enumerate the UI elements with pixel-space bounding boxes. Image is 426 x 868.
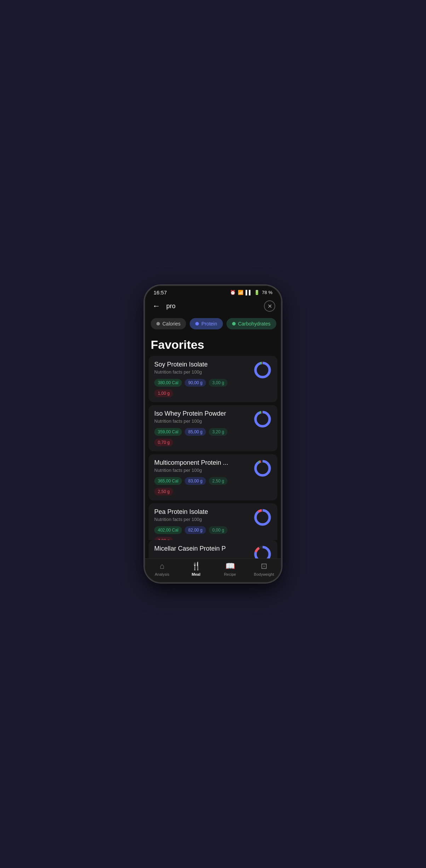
food-name-partial: Micellar Casein Protein P [154, 545, 249, 552]
nav-item-bodyweight[interactable]: ⊡ Bodyweight [247, 562, 281, 576]
svg-point-9 [255, 461, 270, 475]
carbs-badge: 2,50 g [209, 477, 228, 485]
food-card-pea-protein[interactable]: Pea Protein Isolate Nutrition facts per … [149, 503, 277, 540]
fat-badge: 7,80 g [154, 537, 173, 540]
food-subtitle: Nutrition facts per 100g [154, 468, 249, 473]
nav-item-recipe[interactable]: 📖 Recipe [213, 562, 247, 576]
search-query: pro [166, 303, 175, 310]
recipe-icon: 📖 [225, 562, 235, 571]
wifi-icon: 📶 [238, 290, 243, 295]
food-list: Soy Protein Isolate Nutrition facts per … [145, 356, 281, 540]
food-name: Soy Protein Isolate [154, 361, 249, 368]
protein-badge: 82,00 g [185, 526, 206, 534]
clear-button[interactable]: ✕ [264, 300, 275, 312]
nutrient-badges: 365,00 Cal 83,00 g 2,50 g 2,50 g [154, 477, 249, 495]
nutrient-badges: 402,00 Cal 82,00 g 0,00 g 7,80 g [154, 526, 249, 540]
chip-protein[interactable]: Protein [190, 318, 223, 329]
carbs-badge: 0,00 g [209, 526, 228, 534]
nutrient-badges: 359,00 Cal 85,00 g 3,20 g 0,70 g [154, 428, 249, 446]
food-name: Iso Whey Protein Powder [154, 410, 249, 417]
calories-badge: 359,00 Cal [154, 428, 182, 436]
food-info: Iso Whey Protein Powder Nutrition facts … [154, 410, 249, 446]
food-card-multicomponent[interactable]: Multicomponent Protein ... Nutrition fac… [149, 454, 277, 500]
battery-icon: 🔋 [254, 290, 260, 295]
food-info: Soy Protein Isolate Nutrition facts per … [154, 361, 249, 397]
food-info-partial: Micellar Casein Protein P [154, 545, 249, 552]
donut-chart [253, 459, 272, 477]
bottom-nav: ⌂ Analysis 🍴 Meal 📖 Recipe ⊡ Bodyweight [145, 558, 281, 582]
protein-badge: 90,00 g [185, 379, 206, 387]
donut-chart [253, 410, 272, 428]
chip-carbohydrates[interactable]: Carbohydrates [226, 318, 276, 329]
food-subtitle: Nutrition facts per 100g [154, 369, 249, 375]
analysis-icon: ⌂ [160, 562, 164, 571]
favorites-heading: Favorites [145, 335, 281, 356]
nav-item-analysis[interactable]: ⌂ Analysis [145, 562, 179, 576]
recipe-label: Recipe [224, 572, 236, 576]
protein-badge: 83,00 g [185, 477, 206, 485]
protein-dot [195, 322, 199, 326]
food-info: Multicomponent Protein ... Nutrition fac… [154, 459, 249, 495]
battery-percent: 78 % [262, 290, 272, 295]
food-name: Pea Protein Isolate [154, 508, 249, 516]
phone-frame: 16:57 ⏰ 📶 ▌▌ 🔋 78 % ← pro ✕ Calories [144, 285, 282, 583]
calories-dot [156, 322, 160, 326]
calories-badge: 365,00 Cal [154, 477, 182, 485]
meal-icon: 🍴 [191, 562, 201, 571]
nutrient-badges: 380,00 Cal 90,00 g 3,00 g 1,00 g [154, 379, 249, 397]
fat-badge: 2,50 g [154, 488, 173, 495]
carbs-badge: 3,20 g [209, 428, 228, 436]
analysis-label: Analysis [155, 572, 169, 576]
screen: 16:57 ⏰ 📶 ▌▌ 🔋 78 % ← pro ✕ Calories [145, 286, 281, 582]
carbs-badge: 3,00 g [209, 379, 228, 387]
food-card-iso-whey[interactable]: Iso Whey Protein Powder Nutrition facts … [149, 405, 277, 451]
chip-calories[interactable]: Calories [151, 318, 186, 329]
food-name: Multicomponent Protein ... [154, 459, 249, 467]
food-card-partial-micellar[interactable]: Micellar Casein Protein P [149, 540, 277, 558]
svg-point-1 [255, 363, 270, 377]
meal-label: Meal [192, 572, 200, 576]
protein-badge: 85,00 g [185, 428, 206, 436]
back-button[interactable]: ← [151, 301, 162, 311]
carb-dot [232, 322, 236, 326]
status-time: 16:57 [154, 289, 167, 295]
search-input-wrapper[interactable]: pro [166, 303, 260, 310]
food-subtitle: Nutrition facts per 100g [154, 418, 249, 424]
food-card-soy-protein[interactable]: Soy Protein Isolate Nutrition facts per … [149, 356, 277, 402]
calories-badge: 402,00 Cal [154, 526, 182, 534]
alarm-icon: ⏰ [230, 290, 236, 295]
filter-row: Calories Protein Carbohydrates [145, 316, 281, 335]
fat-badge: 0,70 g [154, 439, 173, 446]
donut-chart [253, 361, 272, 379]
donut-chart [253, 508, 272, 527]
calories-badge: 380,00 Cal [154, 379, 182, 387]
bodyweight-icon: ⊡ [261, 562, 267, 571]
status-bar: 16:57 ⏰ 📶 ▌▌ 🔋 78 % [145, 286, 281, 298]
nav-item-meal[interactable]: 🍴 Meal [179, 562, 213, 576]
food-info: Pea Protein Isolate Nutrition facts per … [154, 508, 249, 540]
svg-point-13 [255, 510, 270, 524]
carb-label: Carbohydrates [238, 321, 271, 327]
fat-badge: 1,00 g [154, 389, 173, 397]
status-icons: ⏰ 📶 ▌▌ 🔋 78 % [230, 290, 272, 295]
search-bar: ← pro ✕ [145, 298, 281, 316]
svg-point-5 [255, 412, 270, 426]
protein-label: Protein [201, 321, 217, 327]
signal-icon: ▌▌ [246, 290, 252, 295]
bodyweight-label: Bodyweight [254, 572, 274, 576]
food-subtitle: Nutrition facts per 100g [154, 517, 249, 522]
calories-label: Calories [162, 321, 180, 327]
donut-chart-partial [253, 545, 272, 558]
